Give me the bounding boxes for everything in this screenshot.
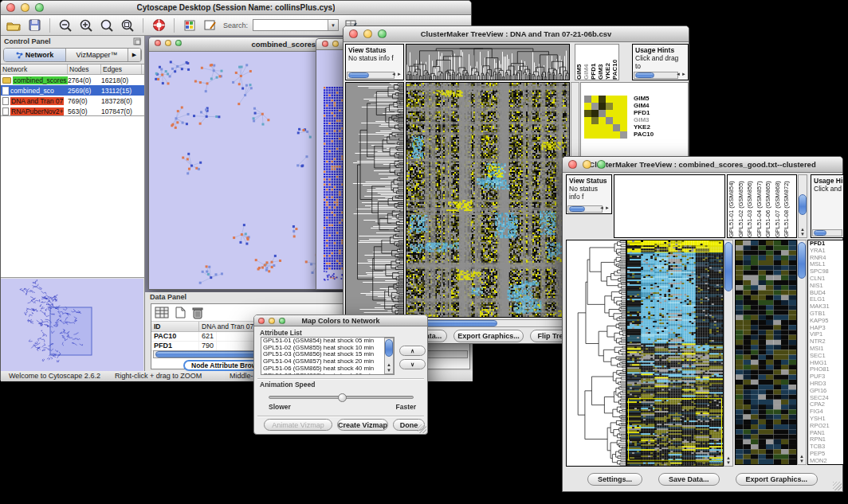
treeview-button-settings-[interactable]: Settings... — [587, 473, 642, 486]
usage-hints-hscrollbar[interactable] — [812, 229, 842, 236]
scrollbar-thumb[interactable] — [799, 194, 807, 215]
resize-grip[interactable] — [418, 424, 426, 433]
scroll-up-icon[interactable]: ▲ — [387, 362, 392, 367]
resize-grip[interactable] — [833, 482, 842, 490]
scrollbar-thumb[interactable] — [385, 339, 393, 357]
view-status-hscrollbar[interactable] — [567, 205, 603, 213]
tab-vizmapper[interactable]: VizMapper™ — [66, 49, 128, 61]
attribute-list-vscrollbar[interactable]: ▲▼ — [384, 338, 394, 374]
col-nodes[interactable]: Nodes — [68, 64, 101, 74]
network-table-row[interactable]: DNA and Tran 07769(0)183728(0) — [1, 96, 144, 106]
treeview2-titlebar[interactable]: ClusterMaker TreeView : combined_scores_… — [563, 157, 842, 173]
main-titlebar[interactable]: Cytoscape Desktop (Session Name: collins… — [1, 1, 471, 15]
cluster-matrix-canvas[interactable] — [584, 96, 627, 139]
scroll-down-icon[interactable]: ▼ — [387, 368, 392, 373]
scroll-left-icon[interactable]: ◄ — [391, 72, 397, 76]
network-table-row[interactable]: combined_scores2764(0)16218(0) — [1, 75, 144, 85]
scroll-down-icon[interactable]: ▼ — [726, 460, 732, 465]
treeview-button-export-graphics-[interactable]: Export Graphics... — [736, 473, 819, 486]
zoom-button[interactable] — [175, 40, 182, 46]
scroll-right-icon[interactable]: ► — [681, 72, 687, 76]
column-dendrogram-panel[interactable] — [406, 44, 570, 80]
animation-speed-slider[interactable] — [269, 396, 414, 399]
float-panel-icon[interactable] — [133, 37, 141, 45]
heatmap-vscrollbar[interactable]: ▲▼ — [724, 240, 733, 467]
column-dendrogram-canvas[interactable] — [406, 45, 569, 80]
treeview1-titlebar[interactable]: ClusterMaker TreeView : DNA and Tran 07-… — [344, 26, 689, 42]
scroll-down-icon[interactable]: ▼ — [799, 459, 805, 463]
gene-list-vscrollbar[interactable]: ▲▼ — [797, 240, 807, 465]
scroll-arrows[interactable]: ▲▼ — [387, 362, 392, 373]
cluster-average-canvas[interactable] — [736, 240, 796, 464]
scrollbar-thumb[interactable] — [569, 206, 585, 212]
row-dendrogram-panel[interactable] — [566, 240, 626, 467]
close-button[interactable] — [349, 29, 358, 38]
row-dendrogram-canvas[interactable] — [567, 240, 626, 466]
close-button[interactable] — [568, 160, 577, 169]
minimize-button[interactable] — [21, 3, 29, 12]
move-up-button[interactable]: ∧ — [399, 346, 426, 356]
zoom-fit-icon[interactable] — [99, 18, 115, 33]
scroll-arrows[interactable]: ◄► — [391, 70, 402, 78]
network-overview-canvas[interactable] — [1, 279, 143, 371]
open-icon[interactable] — [6, 18, 22, 33]
scroll-arrows[interactable]: ▲▼ — [799, 454, 805, 463]
row-dendrogram-panel[interactable] — [345, 82, 404, 318]
zoom-button[interactable] — [378, 29, 387, 38]
search-dropdown-icon[interactable]: ▼ — [328, 20, 338, 30]
help-icon[interactable] — [151, 18, 167, 33]
scroll-left-icon[interactable]: ◄ — [676, 72, 681, 76]
attribute-list-item[interactable]: GPL51-07 (GSM868) heat shock 60 min — [261, 373, 394, 375]
zoom-button[interactable] — [35, 3, 44, 12]
attribute-table-icon[interactable] — [155, 307, 169, 318]
scroll-left-icon[interactable]: ◄ — [599, 205, 605, 210]
search-input[interactable] — [253, 21, 328, 30]
scroll-right-icon[interactable]: ► — [397, 72, 402, 76]
view-status-hscrollbar[interactable] — [347, 72, 395, 79]
scroll-arrows[interactable]: ◄► — [599, 204, 610, 212]
vizmapper-icon[interactable] — [182, 18, 198, 33]
delete-attribute-icon[interactable] — [192, 307, 203, 319]
minimize-button[interactable] — [269, 318, 275, 324]
minimize-button[interactable] — [332, 41, 339, 47]
zoom-out-icon[interactable] — [57, 18, 73, 33]
treeview-button-export-graphics-[interactable]: Export Graphics... — [453, 330, 524, 342]
zoom-selected-icon[interactable] — [120, 18, 135, 33]
column-dendrogram-panel[interactable] — [614, 174, 725, 238]
col-network[interactable]: Network — [1, 64, 68, 74]
dialog-button-create-vizmap[interactable]: Create Vizmap — [337, 419, 388, 431]
scrollbar-thumb[interactable] — [814, 230, 826, 236]
heatmap-panel[interactable] — [406, 82, 570, 318]
dialog-titlebar[interactable]: Map Colors to Network — [254, 315, 427, 326]
row-dendrogram-canvas[interactable] — [346, 83, 403, 317]
scrollbar-thumb[interactable] — [798, 242, 806, 279]
scroll-arrows[interactable]: ▲▼ — [800, 227, 806, 236]
network-table-row[interactable]: RNAPuberNov2+563(0)107847(0) — [1, 106, 144, 116]
scroll-arrows[interactable]: ▲▼ — [726, 455, 732, 465]
scroll-arrows[interactable]: ◄► — [676, 70, 687, 78]
zoom-button[interactable] — [279, 318, 285, 324]
heatmap-panel[interactable] — [626, 240, 724, 467]
labels-vscrollbar[interactable]: ▲▼ — [798, 174, 807, 238]
scroll-right-icon[interactable]: ► — [605, 205, 610, 210]
scrollbar-thumb[interactable] — [724, 242, 732, 291]
heatmap-canvas[interactable] — [627, 240, 723, 466]
new-attribute-icon[interactable] — [175, 307, 186, 318]
network-table-row[interactable]: combined_sco2569(6)13112(15) — [1, 85, 144, 96]
cluster-average-panel[interactable] — [735, 240, 797, 465]
minimize-button[interactable] — [165, 40, 171, 46]
minimize-button[interactable] — [363, 29, 372, 38]
usage-hints-hscrollbar[interactable] — [634, 72, 678, 79]
scroll-down-icon[interactable]: ▼ — [800, 232, 806, 236]
scrollbar-thumb[interactable] — [635, 72, 654, 78]
col-edges[interactable]: Edges — [101, 64, 142, 74]
save-icon[interactable] — [26, 18, 42, 33]
close-button[interactable] — [258, 318, 265, 324]
move-down-button[interactable]: ∨ — [399, 359, 426, 369]
scrollbar-thumb[interactable] — [348, 72, 369, 78]
close-button[interactable] — [322, 41, 328, 47]
close-button[interactable] — [155, 40, 161, 46]
tab-overflow-icon[interactable]: ▶ — [128, 49, 141, 61]
col-id[interactable]: ID — [151, 322, 199, 331]
treeview-button-save-data-[interactable]: Save Data... — [658, 473, 720, 486]
